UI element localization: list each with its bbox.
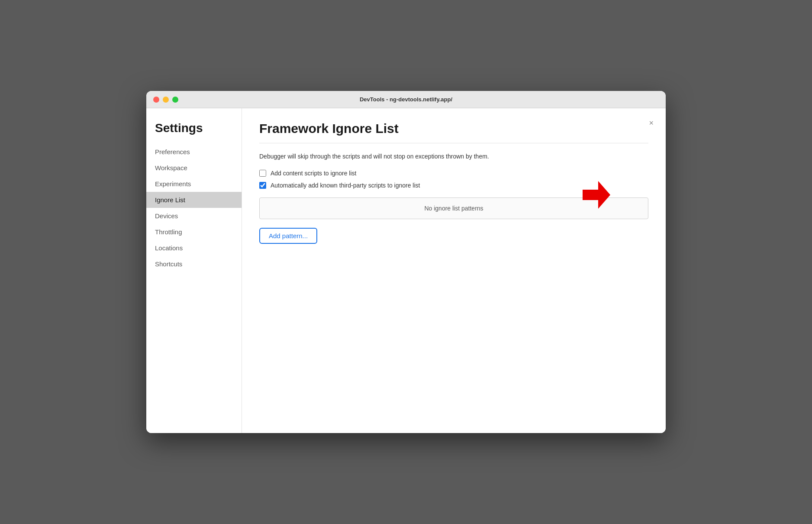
window-body: Settings Preferences Workspace Experimen… — [146, 108, 666, 433]
sidebar-item-locations[interactable]: Locations — [146, 240, 242, 256]
minimize-traffic-light[interactable] — [163, 97, 169, 103]
checkbox-third-party-label[interactable]: Automatically add known third-party scri… — [271, 182, 420, 189]
sidebar-heading: Settings — [146, 121, 242, 144]
description-text: Debugger will skip through the scripts a… — [259, 152, 648, 161]
sidebar-item-devices[interactable]: Devices — [146, 208, 242, 224]
sidebar-item-experiments[interactable]: Experiments — [146, 176, 242, 192]
checkbox-content-scripts[interactable] — [259, 170, 266, 177]
window-title: DevTools - ng-devtools.netlify.app/ — [360, 96, 452, 103]
sidebar-item-workspace[interactable]: Workspace — [146, 160, 242, 176]
sidebar-item-ignore-list[interactable]: Ignore List — [146, 192, 242, 208]
checkbox-content-scripts-label[interactable]: Add content scripts to ignore list — [271, 170, 356, 177]
sidebar-item-shortcuts[interactable]: Shortcuts — [146, 256, 242, 272]
divider — [259, 143, 648, 143]
close-button[interactable]: × — [645, 117, 657, 129]
sidebar: Settings Preferences Workspace Experimen… — [146, 108, 242, 433]
sidebar-item-throttling[interactable]: Throttling — [146, 224, 242, 240]
main-content: × Framework Ignore List Debugger will sk… — [242, 108, 666, 433]
checkbox-row-content-scripts: Add content scripts to ignore list — [259, 170, 648, 177]
window: DevTools - ng-devtools.netlify.app/ Sett… — [146, 91, 666, 433]
add-pattern-button[interactable]: Add pattern... — [259, 228, 317, 244]
checkbox-third-party[interactable] — [259, 182, 266, 189]
checkbox-row-third-party: Automatically add known third-party scri… — [259, 182, 648, 189]
patterns-empty-box: No ignore list patterns — [259, 197, 648, 219]
close-traffic-light[interactable] — [153, 97, 159, 103]
sidebar-item-preferences[interactable]: Preferences — [146, 144, 242, 160]
page-title: Framework Ignore List — [259, 121, 648, 136]
traffic-lights — [153, 97, 178, 103]
titlebar: DevTools - ng-devtools.netlify.app/ — [146, 91, 666, 108]
maximize-traffic-light[interactable] — [172, 97, 178, 103]
